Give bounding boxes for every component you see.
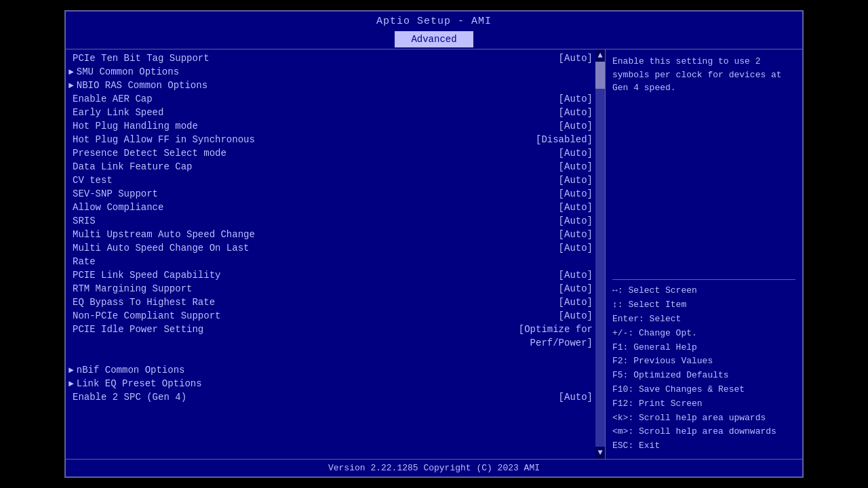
list-item[interactable]: Hot Plug Allow FF in Synchronous[Disable… (66, 134, 595, 147)
item-value: [Auto] (559, 310, 593, 321)
keybinding-item: <m>: Scroll help area downwards (612, 425, 795, 439)
list-item[interactable]: Hot Plug Handling mode[Auto] (66, 120, 595, 134)
item-label: Enable AER Cap (73, 94, 559, 104)
list-item[interactable]: Data Link Feature Cap[Auto] (66, 161, 595, 174)
item-value: [Auto] (559, 202, 593, 213)
item-label: Multi Upstream Auto Speed Change (73, 229, 559, 240)
list-item[interactable]: CV test[Auto] (66, 174, 595, 188)
keybinding-item: F5: Optimized Defaults (612, 369, 795, 383)
scroll-down-arrow[interactable]: ▼ (597, 447, 602, 459)
item-value: [Auto] (559, 175, 593, 186)
list-item[interactable]: Enable AER Cap[Auto] (66, 93, 595, 106)
item-value: [Auto] (559, 270, 593, 281)
keybinding-item: F2: Previous Values (612, 354, 795, 369)
item-value: [Auto] (559, 188, 593, 199)
item-label: Early Link Speed (73, 107, 559, 118)
item-value: [Auto] (559, 161, 593, 172)
keybinding-item: ESC: Exit (612, 439, 795, 453)
keybinding-item: +/-: Change Opt. (612, 327, 795, 341)
item-label: Allow Compliance (73, 202, 559, 213)
list-item[interactable]: Multi Upstream Auto Speed Change[Auto] (66, 228, 595, 242)
keybinding-item: ↔: Select Screen (612, 284, 795, 298)
item-value: [Auto] (559, 243, 593, 253)
scroll-thumb[interactable] (595, 62, 605, 89)
left-panel: PCIe Ten Bit Tag Support[Auto]►SMU Commo… (66, 49, 606, 459)
list-item[interactable]: SEV-SNP Support[Auto] (66, 188, 595, 201)
app-title: Aptio Setup - AMI (376, 16, 492, 27)
keybinding-item: F10: Save Changes & Reset (612, 383, 795, 397)
item-value: [Auto] (559, 148, 593, 159)
item-value: Perf/Power] (530, 338, 593, 348)
list-item[interactable]: ►SMU Common Options (66, 66, 595, 79)
item-label: Link EQ Preset Options (77, 378, 595, 389)
item-label: Hot Plug Handling mode (73, 121, 559, 131)
list-item[interactable]: ►NBIO RAS Common Options (66, 79, 595, 93)
item-label: PCIe Ten Bit Tag Support (73, 53, 559, 64)
keybinding-item: Enter: Select (612, 312, 795, 327)
menu-item-advanced[interactable]: Advanced (395, 31, 473, 47)
title-bar: Aptio Setup - AMI (66, 12, 802, 30)
item-label: NBIO RAS Common Options (77, 80, 595, 91)
list-item[interactable]: Non-PCIe Compliant Support[Auto] (66, 310, 595, 323)
expand-arrow-icon: ► (68, 365, 74, 375)
list-item[interactable]: Perf/Power] (66, 337, 595, 350)
scroll-track (595, 62, 605, 447)
footer: Version 2.22.1285 Copyright (C) 2023 AMI (66, 459, 802, 476)
footer-text: Version 2.22.1285 Copyright (C) 2023 AMI (328, 463, 540, 473)
item-label: Presence Detect Select mode (73, 148, 559, 159)
list-item[interactable]: PCIE Link Speed Capability[Auto] (66, 269, 595, 283)
item-label: EQ Bypass To Highest Rate (73, 297, 559, 308)
list-item[interactable]: Enable 2 SPC (Gen 4)[Auto] (66, 391, 595, 405)
list-item[interactable]: Allow Compliance[Auto] (66, 201, 595, 215)
item-value: [Auto] (559, 107, 593, 118)
expand-arrow-icon: ► (68, 379, 74, 389)
keybindings: ↔: Select Screen↕: Select ItemEnter: Sel… (612, 284, 795, 453)
item-label (73, 338, 530, 348)
keybinding-item: F1: General Help (612, 341, 795, 355)
item-value: [Optimize for (519, 324, 593, 335)
items-list: PCIe Ten Bit Tag Support[Auto]►SMU Commo… (66, 49, 595, 459)
item-label: PCIE Link Speed Capability (73, 270, 559, 281)
item-label: SEV-SNP Support (73, 188, 559, 199)
item-label: SRIS (73, 216, 559, 226)
item-value: [Auto] (559, 229, 593, 240)
list-item[interactable]: Multi Auto Speed Change On Last[Auto] (66, 242, 595, 256)
item-label: CV test (73, 175, 559, 186)
list-item[interactable]: RTM Margining Support[Auto] (66, 283, 595, 296)
item-label: Enable 2 SPC (Gen 4) (73, 392, 559, 403)
item-label: Data Link Feature Cap (73, 161, 559, 172)
list-item[interactable] (66, 350, 595, 364)
right-panel: Enable this setting to use 2 symbols per… (606, 49, 802, 459)
item-value: [Disabled] (536, 134, 593, 145)
item-label: nBif Common Options (77, 365, 595, 375)
list-item[interactable]: ►nBif Common Options (66, 364, 595, 378)
scroll-up-arrow[interactable]: ▲ (597, 49, 602, 62)
help-text: Enable this setting to use 2 symbols per… (612, 55, 795, 275)
item-label: SMU Common Options (77, 66, 595, 77)
keybinding-item: ↕: Select Item (612, 298, 795, 312)
scrollbar[interactable]: ▲ ▼ (595, 49, 605, 459)
item-value: [Auto] (559, 53, 593, 64)
expand-arrow-icon: ► (68, 67, 74, 77)
divider (612, 279, 795, 280)
list-item[interactable]: PCIE Idle Power Setting[Optimize for (66, 323, 595, 337)
list-item[interactable]: Presence Detect Select mode[Auto] (66, 147, 595, 161)
expand-arrow-icon: ► (68, 81, 74, 91)
item-value: [Auto] (559, 283, 593, 294)
keybinding-item: F12: Print Screen (612, 397, 795, 411)
list-item[interactable]: Rate (66, 256, 595, 269)
item-value: [Auto] (559, 392, 593, 403)
menu-bar: Advanced (66, 30, 802, 49)
item-value: [Auto] (559, 216, 593, 226)
item-label: Rate (73, 256, 595, 267)
item-label: Non-PCIe Compliant Support (73, 310, 559, 321)
item-value: [Auto] (559, 94, 593, 104)
list-item[interactable]: EQ Bypass To Highest Rate[Auto] (66, 296, 595, 310)
item-label: PCIE Idle Power Setting (73, 324, 519, 335)
list-item[interactable]: Early Link Speed[Auto] (66, 106, 595, 120)
item-value: [Auto] (559, 121, 593, 131)
list-item[interactable]: SRIS[Auto] (66, 215, 595, 228)
list-item[interactable]: ►Link EQ Preset Options (66, 378, 595, 391)
list-item[interactable]: PCIe Ten Bit Tag Support[Auto] (66, 52, 595, 66)
keybinding-item: <k>: Scroll help area upwards (612, 411, 795, 426)
